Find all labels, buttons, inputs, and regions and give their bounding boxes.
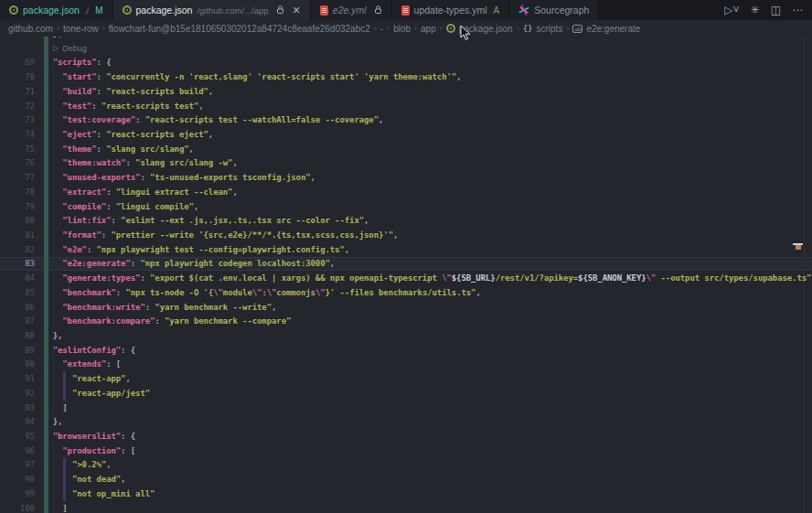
breadcrumb-item-github-com[interactable]: github.com — [8, 24, 53, 34]
close-icon[interactable]: ✕ — [293, 5, 301, 16]
line-number: 89 — [0, 343, 35, 358]
code-line: 88 }, — [0, 328, 812, 343]
clipped-line-68: 68 }, — [0, 37, 812, 41]
code-line: 81 "format": "prettier --write '{src,e2e… — [0, 228, 812, 242]
more-actions-icon[interactable]: ⋯ — [792, 5, 803, 16]
line-number: 73 — [0, 112, 35, 127]
breadcrumb-item--[interactable]: - — [380, 24, 383, 34]
breadcrumb-item-tone-row[interactable]: tone-row — [63, 24, 99, 34]
breadcrumb-item-app[interactable]: app — [421, 24, 436, 34]
line-number: 69 — [0, 56, 35, 70]
code-line: 96 "production": [ — [0, 444, 812, 458]
code-text: }, — [43, 331, 62, 340]
tab-filename: package.json — [136, 5, 193, 16]
line-number: 90 — [0, 358, 35, 372]
breadcrumb-item-package-json[interactable]: package.json — [446, 24, 513, 34]
split-editor-icon[interactable]: ◫ — [771, 5, 781, 16]
code-line: 80 "lint:fix": "eslint --ext .js,.jsx,.t… — [0, 213, 812, 228]
line-number: 82 — [0, 242, 35, 257]
line-number: 85 — [0, 285, 35, 300]
code-line: 69 "scripts": { — [0, 56, 812, 70]
code-text: "extends": [ — [43, 359, 121, 369]
tab-filename: package.json — [23, 5, 80, 16]
run-or-debug-icon[interactable]: ▷˅ — [724, 5, 739, 16]
chevron-right-icon: › — [374, 24, 377, 33]
line-number: 75 — [0, 142, 35, 156]
code-line: 70 "start": "concurrently -n 'react,slan… — [0, 69, 812, 84]
line-number: 77 — [0, 170, 35, 185]
tab-filepath: ./ — [84, 5, 89, 16]
breadcrumb-label: - — [380, 24, 383, 34]
code-line: 78 "extract": "lingui extract --clean", — [0, 185, 812, 199]
code-line: 92 "react-app/jest" — [0, 386, 812, 401]
chevron-right-icon: › — [440, 24, 443, 33]
code-text: "benchmark:compare": "yarn benchmark --c… — [43, 316, 291, 326]
code-line: 94 }, — [0, 414, 812, 429]
json-file-icon — [9, 5, 18, 15]
breadcrumb-label: flowchart-fun@b15e1810650302012a84724c8e… — [109, 24, 370, 34]
code-text: "benchmark": "npx ts-node -O '{\"module\… — [43, 288, 481, 297]
vscode-window: package.json./Mpackage.json/github.com/.… — [0, 0, 812, 513]
line-number: 95 — [0, 429, 35, 444]
tab-sourcegraph[interactable]: Sourcegraph — [509, 0, 599, 20]
extension-asterisk-icon[interactable]: ✳ — [751, 5, 760, 16]
code-line: 95 "browserslist": { — [0, 429, 812, 444]
line-number: 98 — [0, 472, 35, 486]
breadcrumb-item-flowchart-fun-b15e18[interactable]: flowchart-fun@b15e1810650302012a84724c8e… — [109, 24, 370, 34]
tab-e2e-yml[interactable]: e2e.yml — [311, 0, 392, 20]
play-icon: ▷ — [53, 44, 59, 52]
json-file-icon — [446, 24, 455, 33]
code-text: "extract": "lingui extract --clean", — [43, 187, 238, 197]
git-status-badge: M — [95, 5, 102, 16]
editor-actions: ▷˅✳◫⋯ — [719, 0, 808, 20]
code-text: "eslintConfig": { — [43, 346, 135, 355]
chevron-right-icon: › — [57, 24, 59, 33]
sourcegraph-icon — [518, 5, 529, 16]
string-symbol-icon: ab — [572, 25, 582, 33]
code-text: "eject": "react-scripts eject", — [43, 130, 213, 139]
breadcrumb-item-e2e-generate[interactable]: abe2e:generate — [572, 24, 640, 34]
line-number: 87 — [0, 314, 35, 328]
lock-icon — [276, 5, 284, 15]
breadcrumb-label: app — [421, 24, 436, 34]
debug-codelens[interactable]: ▷ Debug — [0, 41, 812, 56]
code-text: }, — [43, 37, 62, 38]
breadcrumb-label: tone-row — [63, 24, 99, 34]
code-line: 68 }, — [0, 37, 812, 41]
line-number: 99 — [0, 486, 35, 501]
code-line: 74 "eject": "react-scripts eject", — [0, 127, 812, 142]
tab-filename: e2e.yml — [333, 5, 367, 16]
tab-filename: Sourcegraph — [534, 5, 589, 16]
code-line: 89 "eslintConfig": { — [0, 343, 812, 358]
code-text: "build": "react-scripts build", — [43, 87, 213, 96]
breadcrumb-label: github.com — [8, 24, 53, 34]
line-number: 72 — [0, 99, 35, 113]
line-number: 70 — [0, 69, 35, 84]
line-number: 79 — [0, 199, 35, 214]
breadcrumb-label: blob — [393, 24, 411, 34]
tab-package-json[interactable]: package.json./M — [0, 0, 113, 20]
code-editor[interactable]: 68 }, ▷ Debug 69 "scripts": {70 "start":… — [0, 37, 812, 513]
code-text: "generate:types": "export $(cat .env.loc… — [43, 273, 812, 283]
code-text: "e2e": "npx playwright test --config=pla… — [43, 245, 349, 254]
object-symbol-icon: {} — [523, 24, 533, 33]
line-number: 83 — [0, 257, 35, 272]
code-line: 71 "build": "react-scripts build", — [0, 84, 812, 99]
line-number: 71 — [0, 84, 35, 99]
breadcrumb-item-scripts[interactable]: {}scripts — [523, 24, 563, 34]
yaml-file-icon — [401, 5, 410, 16]
line-number: 84 — [0, 271, 35, 285]
code-text: "react-app", — [43, 374, 131, 383]
code-text: "production": [ — [43, 446, 135, 455]
code-line: 84 "generate:types": "export $(cat .env.… — [0, 271, 812, 285]
line-number: 74 — [0, 127, 35, 142]
code-line: 86 "benchmark:write": "yarn benchmark --… — [0, 300, 812, 315]
breadcrumb-item-blob[interactable]: blob — [393, 24, 411, 34]
code-text: "not dead", — [43, 475, 125, 484]
tab-update-types-yml[interactable]: update-types.ymlA — [392, 0, 510, 20]
code-text: "test:coverage": "react-scripts test --w… — [43, 115, 383, 124]
mouse-cursor — [460, 25, 472, 41]
tab-package-json[interactable]: package.json/github.com/.../app✕ — [113, 0, 311, 20]
yaml-file-icon — [320, 5, 328, 16]
line-number: 80 — [0, 213, 35, 228]
